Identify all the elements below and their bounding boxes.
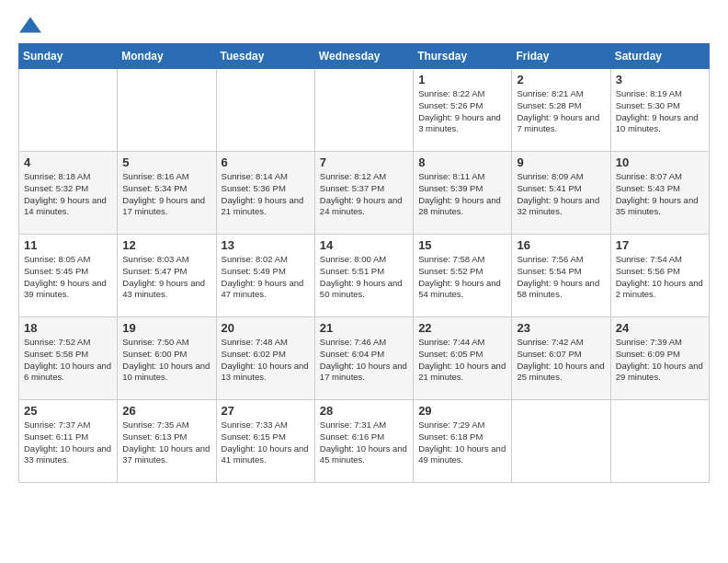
day-number: 10 (616, 155, 704, 169)
day-info: Sunrise: 7:50 AM Sunset: 6:00 PM Dayligh… (122, 337, 210, 384)
day-info: Sunrise: 8:18 AM Sunset: 5:32 PM Dayligh… (24, 171, 112, 218)
day-cell: 21Sunrise: 7:46 AM Sunset: 6:04 PM Dayli… (314, 317, 413, 400)
day-info: Sunrise: 8:12 AM Sunset: 5:37 PM Dayligh… (320, 171, 408, 218)
day-info: Sunrise: 8:11 AM Sunset: 5:39 PM Dayligh… (418, 171, 506, 218)
day-info: Sunrise: 7:31 AM Sunset: 6:16 PM Dayligh… (320, 419, 408, 466)
day-cell: 23Sunrise: 7:42 AM Sunset: 6:07 PM Dayli… (512, 317, 610, 400)
day-info: Sunrise: 8:02 AM Sunset: 5:49 PM Dayligh… (222, 254, 310, 301)
day-cell: 19Sunrise: 7:50 AM Sunset: 6:00 PM Dayli… (118, 317, 216, 400)
day-number: 1 (418, 73, 506, 86)
day-info: Sunrise: 8:05 AM Sunset: 5:45 PM Dayligh… (24, 254, 112, 301)
logo (18, 15, 42, 34)
day-number: 20 (222, 321, 310, 335)
day-number: 25 (24, 404, 112, 418)
day-cell: 3Sunrise: 8:19 AM Sunset: 5:30 PM Daylig… (610, 69, 709, 152)
day-info: Sunrise: 8:00 AM Sunset: 5:51 PM Dayligh… (320, 254, 408, 301)
day-cell: 24Sunrise: 7:39 AM Sunset: 6:09 PM Dayli… (610, 317, 709, 400)
day-cell: 5Sunrise: 8:16 AM Sunset: 5:34 PM Daylig… (118, 152, 216, 235)
day-info: Sunrise: 8:22 AM Sunset: 5:26 PM Dayligh… (418, 88, 506, 135)
page-container: SundayMondayTuesdayWednesdayThursdayFrid… (0, 0, 728, 498)
day-info: Sunrise: 7:44 AM Sunset: 6:05 PM Dayligh… (418, 337, 506, 384)
day-info: Sunrise: 8:16 AM Sunset: 5:34 PM Dayligh… (122, 171, 210, 218)
header-cell-monday: Monday (118, 44, 216, 69)
day-number: 8 (418, 155, 506, 169)
day-cell (610, 400, 709, 483)
day-info: Sunrise: 7:52 AM Sunset: 5:58 PM Dayligh… (24, 337, 112, 384)
day-info: Sunrise: 7:58 AM Sunset: 5:52 PM Dayligh… (418, 254, 506, 301)
header-cell-tuesday: Tuesday (216, 44, 314, 69)
day-cell (216, 69, 314, 152)
day-info: Sunrise: 8:14 AM Sunset: 5:36 PM Dayligh… (222, 171, 310, 218)
day-number: 2 (517, 73, 605, 86)
day-number: 17 (616, 238, 704, 252)
calendar-table: SundayMondayTuesdayWednesdayThursdayFrid… (18, 43, 710, 483)
day-number: 13 (222, 238, 310, 252)
day-info: Sunrise: 7:35 AM Sunset: 6:13 PM Dayligh… (122, 419, 210, 466)
day-cell: 7Sunrise: 8:12 AM Sunset: 5:37 PM Daylig… (314, 152, 413, 235)
day-cell: 26Sunrise: 7:35 AM Sunset: 6:13 PM Dayli… (118, 400, 216, 483)
day-cell: 9Sunrise: 8:09 AM Sunset: 5:41 PM Daylig… (512, 152, 610, 235)
day-cell (314, 69, 413, 152)
day-info: Sunrise: 8:09 AM Sunset: 5:41 PM Dayligh… (517, 171, 605, 218)
day-number: 24 (616, 321, 704, 335)
day-cell: 16Sunrise: 7:56 AM Sunset: 5:54 PM Dayli… (512, 235, 610, 317)
day-number: 9 (517, 155, 605, 169)
day-cell: 18Sunrise: 7:52 AM Sunset: 5:58 PM Dayli… (19, 317, 118, 400)
week-row-2: 4Sunrise: 8:18 AM Sunset: 5:32 PM Daylig… (19, 152, 710, 235)
day-cell: 8Sunrise: 8:11 AM Sunset: 5:39 PM Daylig… (414, 152, 512, 235)
header-row: SundayMondayTuesdayWednesdayThursdayFrid… (19, 44, 710, 69)
day-number: 3 (616, 73, 704, 86)
day-number: 5 (122, 155, 210, 169)
day-cell: 20Sunrise: 7:48 AM Sunset: 6:02 PM Dayli… (216, 317, 314, 400)
day-number: 26 (122, 404, 210, 418)
day-cell: 11Sunrise: 8:05 AM Sunset: 5:45 PM Dayli… (19, 235, 118, 317)
day-cell: 2Sunrise: 8:21 AM Sunset: 5:28 PM Daylig… (512, 69, 610, 152)
week-row-3: 11Sunrise: 8:05 AM Sunset: 5:45 PM Dayli… (19, 235, 710, 317)
day-cell: 25Sunrise: 7:37 AM Sunset: 6:11 PM Dayli… (19, 400, 118, 483)
day-cell: 28Sunrise: 7:31 AM Sunset: 6:16 PM Dayli… (314, 400, 413, 483)
day-number: 19 (122, 321, 210, 335)
svg-marker-0 (19, 17, 41, 33)
day-cell (512, 400, 610, 483)
header-cell-thursday: Thursday (414, 44, 512, 69)
day-info: Sunrise: 7:54 AM Sunset: 5:56 PM Dayligh… (616, 254, 704, 301)
day-number: 16 (517, 238, 605, 252)
week-row-4: 18Sunrise: 7:52 AM Sunset: 5:58 PM Dayli… (19, 317, 710, 400)
day-cell: 12Sunrise: 8:03 AM Sunset: 5:47 PM Dayli… (118, 235, 216, 317)
day-number: 11 (24, 238, 112, 252)
week-row-5: 25Sunrise: 7:37 AM Sunset: 6:11 PM Dayli… (19, 400, 710, 483)
day-cell: 4Sunrise: 8:18 AM Sunset: 5:32 PM Daylig… (19, 152, 118, 235)
day-cell: 27Sunrise: 7:33 AM Sunset: 6:15 PM Dayli… (216, 400, 314, 483)
day-number: 7 (320, 155, 408, 169)
day-cell: 1Sunrise: 8:22 AM Sunset: 5:26 PM Daylig… (414, 69, 512, 152)
day-info: Sunrise: 7:33 AM Sunset: 6:15 PM Dayligh… (222, 419, 310, 466)
day-cell: 6Sunrise: 8:14 AM Sunset: 5:36 PM Daylig… (216, 152, 314, 235)
day-number: 4 (24, 155, 112, 169)
day-number: 29 (418, 404, 506, 418)
day-number: 23 (517, 321, 605, 335)
day-cell: 22Sunrise: 7:44 AM Sunset: 6:05 PM Dayli… (414, 317, 512, 400)
day-info: Sunrise: 7:42 AM Sunset: 6:07 PM Dayligh… (517, 337, 605, 384)
day-info: Sunrise: 7:37 AM Sunset: 6:11 PM Dayligh… (24, 419, 112, 466)
header (18, 15, 710, 34)
day-info: Sunrise: 8:19 AM Sunset: 5:30 PM Dayligh… (616, 88, 704, 135)
day-number: 6 (222, 155, 310, 169)
day-cell: 17Sunrise: 7:54 AM Sunset: 5:56 PM Dayli… (610, 235, 709, 317)
day-number: 12 (122, 238, 210, 252)
day-info: Sunrise: 8:21 AM Sunset: 5:28 PM Dayligh… (517, 88, 605, 135)
day-info: Sunrise: 7:56 AM Sunset: 5:54 PM Dayligh… (517, 254, 605, 301)
day-info: Sunrise: 7:48 AM Sunset: 6:02 PM Dayligh… (222, 337, 310, 384)
header-cell-wednesday: Wednesday (314, 44, 413, 69)
day-cell: 13Sunrise: 8:02 AM Sunset: 5:49 PM Dayli… (216, 235, 314, 317)
day-info: Sunrise: 8:03 AM Sunset: 5:47 PM Dayligh… (122, 254, 210, 301)
day-info: Sunrise: 7:29 AM Sunset: 6:18 PM Dayligh… (418, 419, 506, 466)
day-info: Sunrise: 7:46 AM Sunset: 6:04 PM Dayligh… (320, 337, 408, 384)
day-number: 28 (320, 404, 408, 418)
header-cell-saturday: Saturday (610, 44, 709, 69)
day-cell: 15Sunrise: 7:58 AM Sunset: 5:52 PM Dayli… (414, 235, 512, 317)
day-number: 14 (320, 238, 408, 252)
day-number: 18 (24, 321, 112, 335)
day-cell: 29Sunrise: 7:29 AM Sunset: 6:18 PM Dayli… (414, 400, 512, 483)
day-number: 21 (320, 321, 408, 335)
day-info: Sunrise: 8:07 AM Sunset: 5:43 PM Dayligh… (616, 171, 704, 218)
